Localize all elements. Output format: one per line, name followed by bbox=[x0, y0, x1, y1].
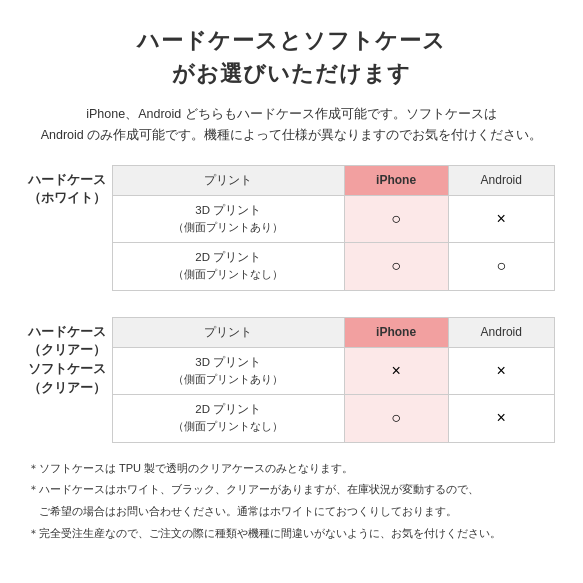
cell-iphone: ○ bbox=[344, 395, 448, 443]
notes-section: ＊ソフトケースは TPU 製で透明のクリアケースのみとなります。＊ハードケースは… bbox=[28, 459, 555, 544]
cell-label: 2D プリント（側面プリントなし） bbox=[113, 395, 345, 443]
section1-table-wrapper: ハードケース （ホワイト） プリント iPhone Android 3D プリン… bbox=[28, 165, 555, 291]
note-item: ＊ハードケースはホワイト、ブラック、クリアーがありますが、在庫状況が変動するので… bbox=[28, 480, 555, 500]
table-row: 2D プリント（側面プリントなし） ○ × bbox=[113, 395, 555, 443]
section2-row-label: ハードケース （クリアー） ソフトケース （クリアー） bbox=[28, 317, 112, 398]
table-row: 3D プリント（側面プリントあり） ○ × bbox=[113, 195, 555, 243]
section2-table: プリント iPhone Android 3D プリント（側面プリントあり） × … bbox=[112, 317, 555, 443]
section1: ハードケース （ホワイト） プリント iPhone Android 3D プリン… bbox=[28, 165, 555, 291]
cell-iphone: ○ bbox=[344, 195, 448, 243]
section1-table: プリント iPhone Android 3D プリント（側面プリントあり） ○ … bbox=[112, 165, 555, 291]
table-row: 3D プリント（側面プリントあり） × × bbox=[113, 347, 555, 395]
note-item: ＊ソフトケースは TPU 製で透明のクリアケースのみとなります。 bbox=[28, 459, 555, 479]
section1-row-label: ハードケース （ホワイト） bbox=[28, 165, 112, 209]
col2-header-print: プリント bbox=[113, 317, 345, 347]
title-line1: ハードケースとソフトケース bbox=[28, 24, 555, 57]
col2-header-iphone: iPhone bbox=[344, 317, 448, 347]
cell-android: ○ bbox=[448, 243, 554, 291]
cell-android: × bbox=[448, 347, 554, 395]
section2: ハードケース （クリアー） ソフトケース （クリアー） プリント iPhone … bbox=[28, 317, 555, 443]
cell-android: × bbox=[448, 195, 554, 243]
note-item: ご希望の場合はお問い合わせください。通常はホワイトにておつくりしております。 bbox=[28, 502, 555, 522]
title-line2: がお選びいただけます bbox=[28, 57, 555, 90]
col-header-iphone: iPhone bbox=[344, 165, 448, 195]
col2-header-android: Android bbox=[448, 317, 554, 347]
col-header-print: プリント bbox=[113, 165, 345, 195]
cell-iphone: ○ bbox=[344, 243, 448, 291]
table-row: 2D プリント（側面プリントなし） ○ ○ bbox=[113, 243, 555, 291]
cell-android: × bbox=[448, 395, 554, 443]
subtitle-text: iPhone、Android どちらもハードケース作成可能です。ソフトケースはA… bbox=[28, 104, 555, 147]
cell-iphone: × bbox=[344, 347, 448, 395]
col-header-android: Android bbox=[448, 165, 554, 195]
cell-label: 3D プリント（側面プリントあり） bbox=[113, 195, 345, 243]
note-item: ＊完全受注生産なので、ご注文の際に種類や機種に間違いがないように、お気を付けくだ… bbox=[28, 524, 555, 544]
cell-label: 2D プリント（側面プリントなし） bbox=[113, 243, 345, 291]
cell-label: 3D プリント（側面プリントあり） bbox=[113, 347, 345, 395]
main-title: ハードケースとソフトケース がお選びいただけます bbox=[28, 24, 555, 90]
section2-table-wrapper: ハードケース （クリアー） ソフトケース （クリアー） プリント iPhone … bbox=[28, 317, 555, 443]
